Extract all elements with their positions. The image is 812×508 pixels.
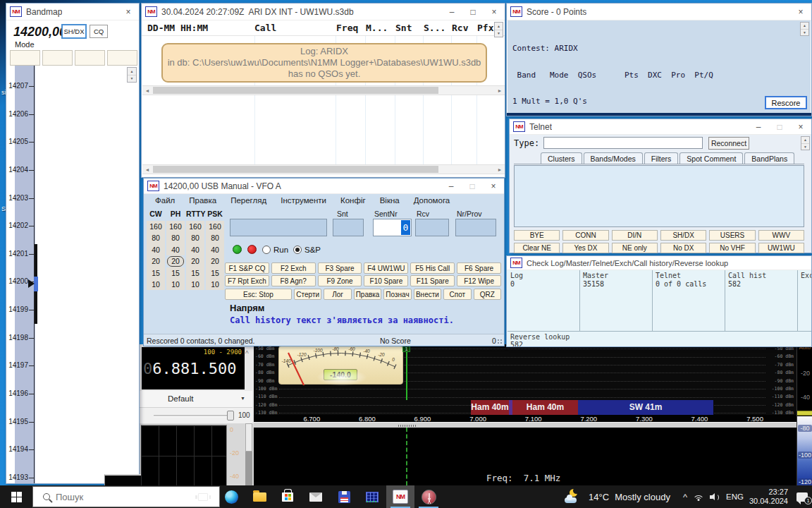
action-button[interactable]: Правка: [354, 289, 381, 300]
column-header[interactable]: DD-MM HH:MM: [147, 23, 208, 33]
menu-item[interactable]: Перегляд: [223, 195, 273, 207]
frequency-tick[interactable]: 14198: [9, 325, 35, 353]
action-button[interactable]: Спот: [443, 289, 471, 300]
fkey-button[interactable]: F1 S&P CQ: [225, 262, 269, 274]
spreadsheet-button[interactable]: [358, 485, 386, 508]
action-button[interactable]: Внести: [414, 289, 441, 300]
band-segment[interactable]: Ham 40m: [471, 400, 509, 415]
band-segment[interactable]: SW 41m: [578, 400, 713, 415]
action-button[interactable]: Познач: [383, 289, 411, 300]
check-pane[interactable]: Master 35158: [580, 270, 653, 331]
band-column-psk[interactable]: 1608040201510: [206, 221, 224, 290]
column-header[interactable]: Rcv: [452, 23, 468, 33]
splitter-grip[interactable]: [398, 425, 417, 427]
close-icon[interactable]: ×: [790, 119, 811, 134]
rcv-field[interactable]: [415, 219, 449, 236]
bandmap-mode-box[interactable]: [10, 50, 40, 66]
tab-clusters[interactable]: Clusters: [541, 152, 582, 164]
action-button[interactable]: Esc: Stop: [225, 289, 292, 300]
sp-radio-label[interactable]: S&P: [304, 246, 321, 254]
band-cell[interactable]: 160: [147, 221, 165, 232]
sdr-spectrum[interactable]: -50 dBm -50 dBm -60 dBm -60 dBm -70 dBm …: [254, 344, 796, 422]
frequency-tick[interactable]: 14202: [9, 212, 35, 241]
close-icon[interactable]: ×: [483, 179, 504, 193]
column-header[interactable]: Freq: [336, 23, 358, 33]
band-cell[interactable]: 10: [186, 279, 204, 290]
telnet-button[interactable]: No DX: [660, 243, 706, 253]
telnet-button[interactable]: UW1WU: [758, 243, 804, 253]
telnet-button[interactable]: Yes DX: [562, 243, 608, 253]
check-pane[interactable]: Telnet 0 of 0 calls: [653, 270, 725, 331]
telnet-button[interactable]: No VHF: [709, 243, 755, 253]
frequency-tick[interactable]: 14207: [9, 73, 35, 101]
band-cell[interactable]: 10: [206, 279, 224, 290]
minimize-icon[interactable]: –: [441, 4, 462, 20]
sentnr-field[interactable]: 0: [373, 219, 412, 236]
band-cell[interactable]: 40: [206, 244, 224, 255]
scroll-left-icon[interactable]: [142, 86, 152, 95]
telnet-button[interactable]: NE only: [612, 243, 658, 253]
band-column-ph[interactable]: 1608040201510: [166, 221, 185, 290]
maximize-icon[interactable]: □: [462, 179, 483, 193]
telnet-button[interactable]: WWV: [758, 230, 804, 241]
mini-chart-scrollbar-track[interactable]: [245, 452, 252, 485]
minimize-icon[interactable]: –: [748, 119, 769, 134]
weather-temperature[interactable]: 14°C: [589, 492, 609, 502]
frequency-tick[interactable]: 14205: [9, 128, 35, 157]
scrollbar-thumb[interactable]: [153, 166, 438, 173]
fkey-button[interactable]: F7 Rpt Exch: [225, 275, 269, 286]
fkey-button[interactable]: F9 Zone: [318, 275, 362, 286]
frequency-tick[interactable]: 14206: [9, 101, 35, 129]
titlebar[interactable]: NM Bandmap ×: [6, 4, 139, 20]
nrprov-field[interactable]: [455, 219, 496, 236]
file-explorer-button[interactable]: [245, 485, 273, 508]
tab-bandplans[interactable]: BandPlans: [744, 152, 794, 164]
bandmap-mode-box[interactable]: [107, 50, 137, 66]
log-spinner[interactable]: [494, 22, 503, 37]
minimize-icon[interactable]: –: [441, 179, 462, 193]
band-cell[interactable]: 20: [166, 255, 185, 267]
telnet-button[interactable]: SH/DX: [660, 230, 706, 241]
check-pane[interactable]: Log 0: [508, 270, 580, 331]
band-segment[interactable]: Ham 40m: [512, 400, 578, 415]
band-cell[interactable]: 15: [206, 267, 224, 279]
band-cell[interactable]: 80: [166, 232, 185, 243]
n1mm-taskbar-button[interactable]: NM: [386, 485, 414, 508]
telnet-button[interactable]: Clear NE: [514, 243, 560, 253]
band-cell[interactable]: 10: [147, 279, 165, 290]
action-button[interactable]: QRZ: [474, 289, 501, 300]
band-cell[interactable]: 20: [147, 255, 165, 267]
frequency-tick[interactable]: 14203: [9, 185, 35, 213]
titlebar[interactable]: NM Check Log/Master/Telnet/Exch/Call his…: [507, 256, 811, 270]
menu-item[interactable]: Допомога: [407, 195, 457, 207]
close-icon[interactable]: ×: [484, 4, 505, 20]
logger-button[interactable]: [330, 485, 358, 508]
band-cell[interactable]: 15: [186, 267, 204, 279]
band-cell[interactable]: 15: [166, 267, 185, 279]
telnet-command-input[interactable]: [543, 137, 703, 149]
mail-button[interactable]: [302, 485, 330, 508]
bandmap-mode-box[interactable]: [75, 50, 105, 66]
band-cell[interactable]: 10: [166, 279, 185, 290]
sp-radio[interactable]: [293, 246, 302, 254]
slider-track[interactable]: [154, 415, 233, 417]
band-cell[interactable]: 40: [186, 244, 204, 255]
titlebar[interactable]: NM 30.04.2024 20:27:09Z ARI DX INT - UW1…: [142, 4, 505, 20]
band-cell[interactable]: 160: [166, 221, 185, 232]
wifi-icon[interactable]: [693, 493, 704, 501]
resize-grip[interactable]: [497, 339, 503, 344]
notification-icon[interactable]: 1: [796, 492, 808, 502]
fkey-button[interactable]: F6 Spare: [457, 262, 501, 274]
titlebar[interactable]: NM 14200,00 USB Manual - VFO A – □ ×: [144, 179, 504, 194]
snt-field[interactable]: [333, 219, 364, 236]
check-pane[interactable]: Excha: [798, 270, 812, 331]
telnet-button[interactable]: BYE: [514, 230, 560, 241]
level-threshold-marker[interactable]: [797, 411, 812, 416]
reverse-lookup-pane[interactable]: Reverse lookup 582: [508, 331, 812, 347]
fkey-button[interactable]: F11 Spare: [410, 275, 455, 286]
band-cell[interactable]: 15: [147, 267, 165, 279]
zoom-spinner[interactable]: [127, 67, 137, 83]
fkey-button[interactable]: F2 Exch: [271, 262, 316, 274]
weather-condition[interactable]: Mostly cloudy: [615, 492, 670, 502]
close-icon[interactable]: ×: [118, 4, 139, 20]
